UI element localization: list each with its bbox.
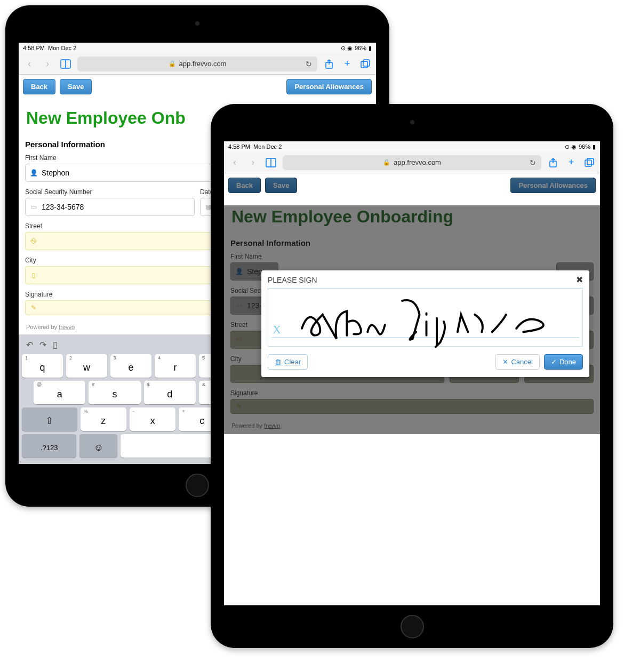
pencil-icon: ✎ xyxy=(30,304,37,311)
form-content-dimmed: Back Save Personal Allowances New Employ… xyxy=(224,173,600,434)
safari-nav: ‹ › 🔒 app.frevvo.com ↻ + xyxy=(19,53,376,75)
share-icon[interactable] xyxy=(323,59,335,69)
forward-nav-icon[interactable]: › xyxy=(246,157,259,168)
symbols-key[interactable]: .?123 xyxy=(22,434,76,458)
city-label: City xyxy=(25,257,220,264)
home-button[interactable] xyxy=(401,615,424,638)
plus-icon[interactable]: + xyxy=(565,157,578,168)
frevvo-link[interactable]: frevvo xyxy=(59,324,75,330)
signature-x-mark: X xyxy=(273,323,281,337)
key-w[interactable]: 2w xyxy=(66,354,107,378)
battery-icon: ▮ xyxy=(369,45,372,52)
allowances-button: Personal Allowances xyxy=(510,178,596,193)
plus-icon[interactable]: + xyxy=(341,58,354,69)
status-bar: 4:58 PM Mon Dec 2 ⊙ ◉ 96% ▮ xyxy=(224,141,600,152)
allowances-button[interactable]: Personal Allowances xyxy=(286,79,372,94)
save-button: Save xyxy=(265,178,297,193)
back-nav-icon[interactable]: ‹ xyxy=(228,157,241,168)
signature-canvas[interactable]: X xyxy=(268,288,583,347)
cancel-button[interactable]: ✕Cancel xyxy=(495,354,539,370)
shift-key[interactable]: ⇧ xyxy=(22,407,77,431)
road-icon: ⛗ xyxy=(30,237,37,245)
screen-2: 4:58 PM Mon Dec 2 ⊙ ◉ 96% ▮ ‹ › 🔒 app.fr… xyxy=(224,141,600,605)
done-button[interactable]: ✓Done xyxy=(544,354,583,370)
status-date: Mon Dec 2 xyxy=(253,143,282,150)
lock-icon: 🔒 xyxy=(383,159,390,166)
save-button[interactable]: Save xyxy=(60,79,92,94)
x-icon: ✕ xyxy=(502,358,508,366)
back-button[interactable]: Back xyxy=(23,79,55,94)
check-icon: ✓ xyxy=(551,358,557,366)
person-icon: 👤 xyxy=(30,169,37,177)
svg-rect-10 xyxy=(585,160,591,166)
modal-title: PLEASE SIGN xyxy=(268,276,317,284)
key-r[interactable]: 4r xyxy=(155,354,196,378)
key-d[interactable]: $d xyxy=(144,381,196,404)
key-s[interactable]: #s xyxy=(89,381,140,404)
back-nav-icon[interactable]: ‹ xyxy=(23,58,36,69)
svg-rect-5 xyxy=(363,60,370,66)
wifi-icon: ⊙ ◉ xyxy=(341,45,353,52)
signature-modal: PLEASE SIGN ✖ X 🗑Clear ✕Cancel ✓Done xyxy=(261,270,589,377)
back-button: Back xyxy=(228,178,261,193)
key-z[interactable]: %z xyxy=(81,407,126,431)
svg-rect-4 xyxy=(361,61,367,68)
redo-icon[interactable]: ↷ xyxy=(39,340,46,350)
city-input[interactable]: ▯ xyxy=(25,266,220,284)
home-button[interactable] xyxy=(186,474,209,497)
battery-pct: 96% xyxy=(355,45,366,51)
card-icon: ▭ xyxy=(30,203,37,211)
bookmarks-icon[interactable] xyxy=(265,158,277,167)
status-time: 4:58 PM xyxy=(228,143,250,150)
building-icon: ▯ xyxy=(30,271,37,279)
tabs-icon[interactable] xyxy=(583,158,596,167)
forward-nav-icon[interactable]: › xyxy=(41,58,54,69)
status-bar: 4:58 PM Mon Dec 2 ⊙ ◉ 96% ▮ xyxy=(19,43,376,53)
key-e[interactable]: 3e xyxy=(110,354,151,378)
wifi-icon: ⊙ ◉ xyxy=(565,143,577,150)
share-icon[interactable] xyxy=(547,158,559,167)
url-text: app.frevvo.com xyxy=(179,60,227,68)
trash-icon: 🗑 xyxy=(275,358,282,366)
battery-pct: 96% xyxy=(579,143,590,150)
url-bar[interactable]: 🔒 app.frevvo.com ↻ xyxy=(283,155,541,170)
key-x[interactable]: -x xyxy=(130,407,175,431)
safari-nav: ‹ › 🔒 app.frevvo.com ↻ + xyxy=(224,152,600,173)
camera-dot xyxy=(195,21,199,26)
bookmarks-icon[interactable] xyxy=(59,59,72,69)
tabs-icon[interactable] xyxy=(359,59,372,69)
battery-icon: ▮ xyxy=(593,143,596,150)
ssn-label: Social Security Number xyxy=(25,188,195,196)
lock-icon: 🔒 xyxy=(169,60,176,67)
camera-dot xyxy=(410,120,414,124)
reload-icon[interactable]: ↻ xyxy=(306,60,312,68)
url-bar[interactable]: 🔒 app.frevvo.com ↻ xyxy=(77,57,317,71)
ipad-device-2: 4:58 PM Mon Dec 2 ⊙ ◉ 96% ▮ ‹ › 🔒 app.fr… xyxy=(211,104,613,648)
url-text: app.frevvo.com xyxy=(394,158,441,166)
close-icon[interactable]: ✖ xyxy=(576,275,583,285)
undo-icon[interactable]: ↶ xyxy=(26,340,33,350)
signature-stroke xyxy=(295,294,572,349)
paste-icon[interactable]: ▯ xyxy=(53,340,58,350)
key-q[interactable]: 1q xyxy=(22,354,63,378)
svg-rect-11 xyxy=(587,158,594,165)
clear-button[interactable]: 🗑Clear xyxy=(268,354,308,370)
emoji-key[interactable]: ☺ xyxy=(79,434,117,458)
status-date: Mon Dec 2 xyxy=(48,45,76,51)
ssn-input[interactable]: ▭123-34-5678 xyxy=(25,198,195,216)
status-time: 4:58 PM xyxy=(23,45,45,51)
reload-icon[interactable]: ↻ xyxy=(530,158,536,167)
key-a[interactable]: @a xyxy=(34,381,85,404)
